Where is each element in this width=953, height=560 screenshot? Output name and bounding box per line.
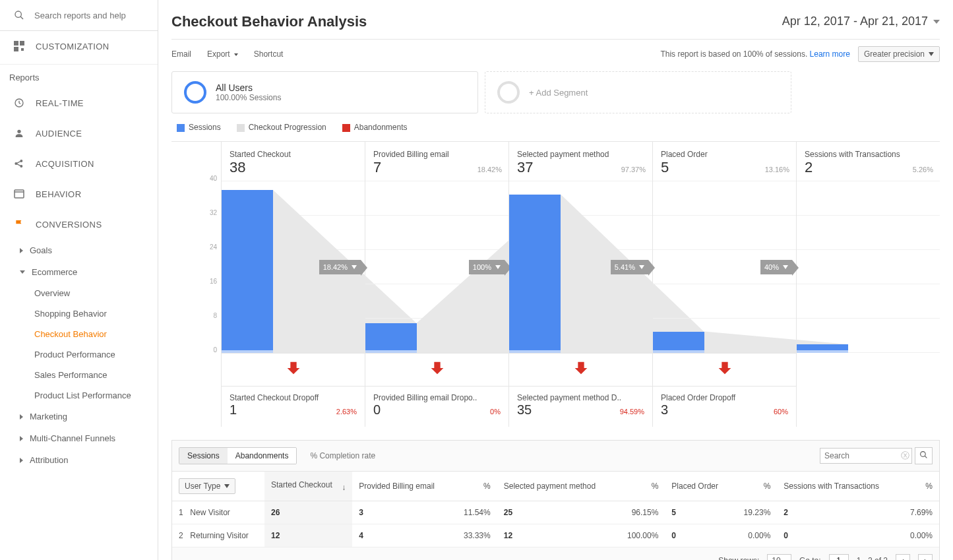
ec-shopping-behavior[interactable]: Shopping Behavior [0,303,158,324]
step-pct: 5.26% [913,166,933,173]
action-email[interactable]: Email [171,49,191,59]
y-tick: 40 [210,175,217,182]
sub-marketing[interactable]: Marketing [0,406,158,427]
dashboard-icon [12,40,26,52]
data-table-panel: Sessions Abandonments % Completion rate … [171,440,940,560]
sub-attribution[interactable]: Attribution [0,449,158,471]
table-search-input[interactable] [820,448,912,464]
sidebar-behavior[interactable]: BEHAVIOR [0,179,158,209]
funnel-step: Placed Order513.16%40%Placed Order Dropo… [652,142,796,427]
dropoff-value: 3 [661,402,668,418]
caret-right-icon [20,436,23,441]
flow-tag[interactable]: 18.42% [319,260,361,274]
caret-right-icon [20,248,23,253]
dropoff-label: Started Checkout Dropoff [230,393,357,402]
sidebar-conversions[interactable]: CONVERSIONS [0,209,158,239]
sidebar-realtime[interactable]: REAL-TIME [0,88,158,118]
action-export[interactable]: Export [207,49,238,59]
dropoff-label: Selected payment method D.. [517,393,644,402]
goto-input[interactable] [829,554,849,560]
step-value: 7 [373,159,381,176]
sidebar-search-input[interactable] [34,11,146,20]
precision-dropdown[interactable]: Greater precision [858,46,940,62]
page-title: Checkout Behavior Analysis [171,13,367,30]
sidebar-search[interactable] [0,0,158,31]
funnel-bar[interactable] [365,323,417,354]
action-shortcut[interactable]: Shortcut [254,49,284,59]
y-tick: 0 [213,346,217,354]
ec-sales-performance[interactable]: Sales Performance [0,365,158,385]
flow-tag[interactable]: 40% [760,260,792,274]
step-value: 5 [661,159,669,176]
svg-point-0 [15,11,21,17]
dropoff-pct: 2.63% [336,408,357,416]
sub-mcf[interactable]: Multi-Channel Funnels [0,427,158,449]
dropoff-label: Provided Billing email Dropo.. [373,393,501,402]
funnel-step: Started Checkout3818.42%Started Checkout… [221,142,365,427]
next-page[interactable]: › [918,554,933,560]
search-icon [12,9,26,21]
rows-select[interactable]: 10 ▾ [767,554,791,560]
col-billing-email[interactable]: Provided Billing email [352,472,452,501]
ec-checkout-behavior[interactable]: Checkout Behavior [0,324,158,344]
y-axis: 0816243240 [171,142,221,427]
segment-all-users[interactable]: All Users 100.00% Sessions [171,71,478,113]
col-started-checkout[interactable]: Started Checkout↓ [264,472,352,501]
svg-rect-11 [15,190,24,198]
add-segment[interactable]: + Add Segment [485,71,791,113]
funnel-bar[interactable] [797,344,848,353]
dropoff-pct: 0% [490,408,501,416]
legend-swatch-abandonments [342,124,350,132]
learn-more-link[interactable]: Learn more [810,49,850,59]
legend-swatch-progression [237,124,245,132]
col-pct-1[interactable]: % [452,472,497,501]
svg-point-8 [15,163,17,165]
sub-goals[interactable]: Goals [0,239,158,261]
table-pager: Show rows: 10 ▾ Go to: 1 - 2 of 2 ‹ › [172,547,939,560]
dropoff-value: 35 [517,402,532,418]
ec-overview[interactable]: Overview [0,283,158,303]
dropoff-arrow-icon [572,359,590,377]
donut-icon [184,81,206,104]
caret-down-icon [20,270,25,274]
sidebar-customization[interactable]: CUSTOMIZATION [0,31,158,61]
table-row[interactable]: 2 Returning Visitor12433.33%12100.00%00.… [172,524,939,547]
clear-icon[interactable]: ⓧ [901,450,909,462]
sidebar-audience[interactable]: AUDIENCE [0,118,158,148]
ec-product-list-performance[interactable]: Product List Performance [0,385,158,406]
dropoff-pct: 94.59% [620,408,644,416]
funnel-bar[interactable] [509,195,561,354]
col-pct-4[interactable]: % [899,472,939,501]
col-placed-order[interactable]: Placed Order [665,472,732,501]
donut-icon [497,81,520,104]
col-pct-2[interactable]: % [615,472,665,501]
toggle-abandonments[interactable]: Abandonments [228,448,297,464]
date-range-picker[interactable]: Apr 12, 2017 - Apr 21, 2017 [782,13,940,32]
metric-toggle: Sessions Abandonments [179,447,297,464]
col-transactions[interactable]: Sessions with Transactions [777,472,899,501]
table-row[interactable]: 1 New Visitor26311.54%2596.15%519.23%27.… [172,501,939,524]
ec-product-performance[interactable]: Product Performance [0,344,158,365]
page-range: 1 - 2 of 2 [857,556,888,560]
toggle-sessions[interactable]: Sessions [179,448,228,464]
sidebar-acquisition[interactable]: ACQUISITION [0,148,158,179]
funnel-chart: 0816243240 Started Checkout3818.42%Start… [171,141,940,427]
prev-page[interactable]: ‹ [896,554,910,560]
dimension-picker[interactable]: User Type [179,478,235,494]
step-value: 37 [517,159,533,176]
flow-tag[interactable]: 100% [469,260,505,274]
funnel-bar[interactable] [222,190,273,353]
svg-rect-4 [14,47,18,51]
reports-heading: Reports [0,65,158,88]
table-search-button[interactable] [915,447,933,464]
sub-ecommerce[interactable]: Ecommerce [0,261,158,283]
flow-tag[interactable]: 5.41% [611,260,648,274]
col-pct-3[interactable]: % [732,472,777,501]
y-tick: 8 [213,312,217,319]
funnel-bar[interactable] [653,332,704,354]
step-value: 38 [230,159,245,176]
dropoff-arrow-icon [428,359,446,377]
svg-point-7 [17,130,20,133]
col-payment-method[interactable]: Selected payment method [497,472,615,501]
browser-icon [12,188,26,200]
